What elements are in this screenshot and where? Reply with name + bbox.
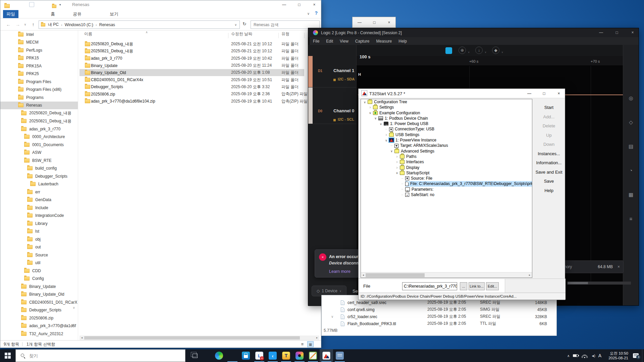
sidebar-item[interactable]: CBD2400501_D01_RCarX xyxy=(0,298,78,306)
sidebar-item[interactable]: Programs xyxy=(0,94,78,102)
menu-item[interactable]: File xyxy=(310,39,323,44)
sidebar-item[interactable]: Binary_Update_Old xyxy=(0,291,78,299)
sidebar-item[interactable]: GenData xyxy=(0,196,78,204)
maximize-button[interactable]: □ xyxy=(539,89,549,98)
expand-icon[interactable] xyxy=(389,148,394,154)
tree-item[interactable]: Advanced Settings xyxy=(361,148,532,154)
action-button[interactable]: Save and Exit xyxy=(532,168,566,177)
close-button[interactable]: × xyxy=(628,28,637,37)
partial-button-label[interactable]: Se xyxy=(353,289,358,294)
sort-ascending-icon[interactable]: ∧ xyxy=(146,31,148,34)
ribbon-collapse-icon[interactable]: ∨ xyxy=(307,12,310,15)
file-row[interactable]: adas_prk_3_r770 2025-08-19 오전 10:42 파일 폴… xyxy=(79,55,304,62)
minimize-button[interactable]: — xyxy=(525,89,534,98)
minimize-button[interactable]: — xyxy=(279,0,289,9)
tree-item[interactable]: StartupScript xyxy=(361,170,532,176)
sidebar-item[interactable]: Source xyxy=(0,251,78,259)
expand-icon[interactable] xyxy=(394,159,400,165)
menu-item[interactable]: Measure xyxy=(373,39,395,44)
back-button[interactable]: ← xyxy=(4,20,12,28)
sidebar-item[interactable]: 20250820_Debug_내용 xyxy=(0,109,78,117)
ribbon-tab[interactable]: 공유 xyxy=(69,10,85,18)
sidebar-item[interactable]: 20250806.zip xyxy=(0,314,78,322)
up-button[interactable]: ↑ xyxy=(29,20,37,28)
ribbon-tab[interactable]: 보기 xyxy=(106,10,122,18)
file-path-input[interactable]: C:\Renesas\adas_prk_3_r770\BSW_F xyxy=(402,282,457,290)
menu-item[interactable]: View xyxy=(336,39,352,44)
sidebar-item[interactable]: obj xyxy=(0,235,78,243)
expand-icon[interactable] xyxy=(394,154,400,159)
scroll-left-icon[interactable]: ◂ xyxy=(79,336,84,340)
help-icon[interactable]: ? xyxy=(315,10,318,16)
action-button[interactable]: Information... xyxy=(532,158,566,168)
tree-item[interactable]: Example Configuration xyxy=(361,110,532,116)
maximize-button[interactable]: □ xyxy=(294,0,304,9)
sidebar-item[interactable]: adas_prk_3_r770 xyxy=(0,125,78,133)
tree-item[interactable]: Source: File xyxy=(361,176,532,181)
sidebar-item[interactable]: ASW xyxy=(0,149,78,157)
ribbon-tab[interactable]: 파일 xyxy=(3,10,18,18)
sidebar-item[interactable]: MECM xyxy=(0,39,78,47)
trace32-icon[interactable]: T xyxy=(279,349,293,362)
menu-item[interactable]: Edit xyxy=(323,39,336,44)
tree-item[interactable]: Parameters: xyxy=(361,187,532,192)
vscode-icon[interactable]: ‹ xyxy=(266,349,279,362)
ribbon-tab[interactable]: 홈 xyxy=(47,10,58,18)
file-row[interactable]: conf.qnx6.simg 2025-08-19 오후 2:05 SIMG 파… xyxy=(322,306,556,313)
mini-scrollbar[interactable] xyxy=(567,282,631,285)
sidebar-item[interactable]: util xyxy=(0,259,78,267)
expand-icon[interactable] xyxy=(383,137,389,143)
capture-info-icon[interactable]: ◔ xyxy=(629,168,632,192)
sidebar-scroll-down-icon[interactable]: ∨ xyxy=(73,306,75,309)
expand-icon[interactable] xyxy=(389,143,394,148)
refresh-icon[interactable]: ↻ xyxy=(243,21,247,26)
quick-access-caret-icon[interactable]: ▾ xyxy=(59,3,61,6)
scrollbar-thumb[interactable] xyxy=(366,273,425,277)
quick-access-folder-icon[interactable] xyxy=(52,5,56,8)
sidebar-item[interactable]: lst xyxy=(0,228,78,236)
sidebar-item[interactable]: Debugger_Scripts xyxy=(0,306,78,314)
column-header-date[interactable]: 수정한 날짜 xyxy=(231,31,252,39)
t32start-icon[interactable] xyxy=(320,349,333,362)
search-input[interactable] xyxy=(251,21,319,28)
edit-button[interactable]: Edit... xyxy=(486,282,499,290)
file-row[interactable]: 20250806.zip 2025-08-19 오후 2:36 압축(ZIP) … xyxy=(79,90,304,98)
tree-item[interactable]: File: C:\Renesas\adas_prk_3_r770\BSW_RTE… xyxy=(361,181,532,186)
scroll-left-icon[interactable]: ◂ xyxy=(361,273,366,278)
sidebar-item[interactable]: Renesas xyxy=(0,102,78,110)
close-icon[interactable]: × xyxy=(618,264,620,269)
taskbar-search-input[interactable] xyxy=(29,353,163,359)
large-icons-view-icon[interactable]: ▦ xyxy=(307,341,314,347)
tree-item[interactable]: 1: PowerView Instance xyxy=(361,137,532,143)
breadcrumb-root[interactable]: 내 PC xyxy=(48,22,59,27)
show-desktop-button[interactable] xyxy=(642,349,644,362)
sidebar-item[interactable]: PRK25 xyxy=(0,70,78,78)
menu-item[interactable]: Capture xyxy=(352,39,373,44)
channel0-name[interactable]: Channel 0 xyxy=(333,108,354,113)
wifi-icon[interactable] xyxy=(582,354,588,358)
file-row[interactable]: Binary_Update_Old 2025-08-20 오후 1:08 파일 … xyxy=(79,69,304,76)
file-row[interactable]: 20250821_Debug_내용 2025-08-21 오전 10:12 파일… xyxy=(79,48,304,55)
capture-button[interactable] xyxy=(445,47,452,54)
file-row[interactable]: adas_prk_3-r770@da1d6f8e104.zip 2025-08-… xyxy=(79,98,304,105)
tree-item[interactable]: 1: Power Debug USB xyxy=(361,121,532,126)
sidebar-item[interactable]: Intel xyxy=(0,31,78,39)
expand-icon[interactable] xyxy=(399,186,405,192)
browse-button[interactable]: ... xyxy=(460,282,467,290)
expand-icon[interactable] xyxy=(399,181,405,187)
expand-icon[interactable] xyxy=(378,121,384,127)
sidebar-item[interactable]: Library xyxy=(0,220,78,228)
address-dropdown-icon[interactable]: ∨ xyxy=(234,23,237,26)
sidebar-item[interactable]: PRK15A xyxy=(0,62,78,70)
scrollbar-thumb[interactable] xyxy=(84,336,300,340)
minimize-button[interactable]: — xyxy=(355,17,364,28)
close-button[interactable]: × xyxy=(310,0,319,9)
saleae-logic-icon[interactable] xyxy=(293,349,306,362)
sidebar-item[interactable]: PerfLogs xyxy=(0,46,78,54)
action-button[interactable]: Delete xyxy=(532,121,566,131)
file-row[interactable]: cr52_loader.srec 2025-08-19 오후 2:05 SREC… xyxy=(322,313,556,320)
measurements-icon[interactable]: ◇ xyxy=(629,119,633,143)
quick-access-check-icon[interactable] xyxy=(29,2,34,7)
notification-icon[interactable]: 3 xyxy=(633,353,639,358)
expand-icon[interactable] xyxy=(383,132,389,137)
